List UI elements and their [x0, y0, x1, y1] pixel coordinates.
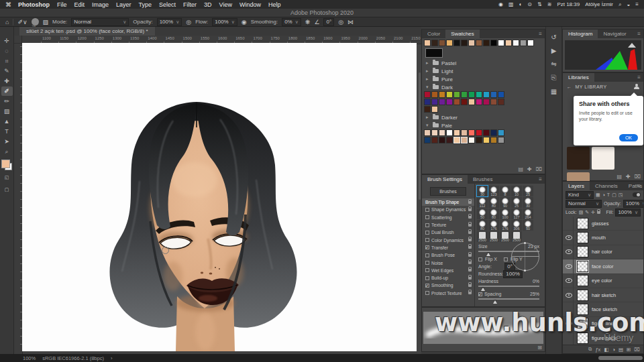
tab-color[interactable]: Color	[422, 29, 445, 38]
swatch[interactable]	[490, 40, 497, 46]
brush-tip[interactable]: 30	[477, 186, 488, 196]
visibility-toggle[interactable]	[565, 245, 574, 259]
clock[interactable]: Pzt 18:39	[557, 1, 580, 7]
new-group-icon[interactable]: ▤	[619, 347, 623, 353]
brush-tip[interactable]: 8	[500, 186, 511, 196]
checkbox[interactable]	[425, 208, 429, 212]
tab-brush-settings[interactable]: Brush Settings	[422, 175, 468, 184]
smoothing-options-icon[interactable]: ❋	[305, 19, 311, 25]
panel-menu-icon[interactable]: ≡	[637, 31, 641, 37]
layer-thumbnail[interactable]	[577, 290, 588, 301]
menu-photoshop[interactable]: Photoshop	[18, 1, 50, 8]
swatch[interactable]	[483, 91, 490, 98]
screen-mirroring-icon[interactable]: ◐	[519, 1, 522, 7]
brush-tip[interactable]: 50	[477, 208, 488, 219]
swatch[interactable]	[431, 129, 438, 136]
brush-tip[interactable]: 80	[477, 220, 488, 231]
filter-smart-object-icon[interactable]: ◳	[619, 192, 623, 198]
swatch[interactable]	[431, 99, 438, 105]
brush-tip[interactable]: 80	[488, 197, 499, 208]
swatch[interactable]	[468, 40, 475, 46]
mixer-brush-tool[interactable]: ✏	[1, 97, 13, 106]
filter-adjustment-icon[interactable]: ◑	[602, 192, 605, 197]
layer-effects-icon[interactable]: ƒx	[595, 347, 600, 353]
toggle-brush-panel-icon[interactable]: ▨	[43, 19, 49, 25]
swatch[interactable]	[424, 99, 431, 105]
menu-window[interactable]: Window	[239, 1, 261, 8]
layer-thumbnail[interactable]	[577, 232, 588, 243]
checkbox[interactable]	[425, 238, 429, 242]
brush-tip[interactable]: 176	[488, 220, 499, 231]
gradient-tool[interactable]: ▨	[1, 107, 13, 116]
menu-select[interactable]: Select	[159, 1, 176, 8]
menu-type[interactable]: Type	[139, 1, 152, 8]
brush-tip[interactable]: 2500	[488, 231, 499, 242]
visibility-toggle[interactable]	[565, 259, 574, 273]
swatch-group-pure[interactable]: ▸Pure	[422, 75, 545, 83]
spotlight-icon[interactable]: ⌕	[619, 1, 621, 8]
swatch[interactable]	[453, 40, 460, 46]
layer-mask-icon[interactable]: ◧	[604, 347, 608, 353]
swatch[interactable]	[446, 40, 453, 46]
brush-tip[interactable]: 90	[500, 197, 511, 208]
type-tool[interactable]: T	[1, 127, 13, 136]
new-group-icon[interactable]: ▤	[519, 166, 524, 172]
new-brush-icon[interactable]: ⊞	[537, 345, 542, 351]
panel-menu-icon[interactable]: ≡	[539, 176, 542, 182]
swatch[interactable]	[483, 137, 490, 143]
tab-brushes[interactable]: Brushes	[468, 175, 498, 184]
layer-row-eye-color[interactable]: eye color	[563, 274, 643, 288]
swatch[interactable]	[476, 40, 482, 46]
timeline-icon[interactable]: ▦	[551, 88, 557, 95]
history-icon[interactable]: ↺	[551, 34, 556, 41]
swatch[interactable]	[424, 91, 431, 98]
status-dot-icon[interactable]: ◉	[498, 1, 503, 7]
adjustment-layer-icon[interactable]: ◑	[612, 347, 615, 353]
wifi-icon[interactable]: ≋	[547, 1, 552, 7]
brush-option-texture[interactable]: Texture	[422, 221, 474, 229]
swatch[interactable]	[446, 99, 453, 105]
panel-menu-icon[interactable]: ≡	[637, 183, 641, 189]
swatch[interactable]	[461, 99, 468, 105]
swatch-group-pale[interactable]: ▾Pale	[422, 121, 545, 129]
layer-row-face-color[interactable]: face color	[563, 259, 643, 274]
add-item-icon[interactable]: ✚	[626, 174, 631, 180]
checkbox[interactable]	[425, 215, 429, 219]
swatch[interactable]	[439, 99, 445, 105]
zoom-level[interactable]: 100%	[23, 355, 36, 361]
swatch[interactable]	[513, 40, 519, 46]
menu-3d[interactable]: 3D	[204, 1, 212, 8]
brush-tip[interactable]: 2500	[500, 231, 511, 242]
brush-tip[interactable]: 50	[523, 220, 533, 231]
swatch[interactable]	[446, 137, 453, 143]
hardness-value[interactable]: 0%	[533, 279, 539, 284]
ok-button[interactable]: OK	[619, 134, 638, 141]
swatch[interactable]	[461, 40, 468, 46]
swatch[interactable]	[439, 129, 445, 136]
swatch[interactable]	[453, 137, 460, 143]
layer-opacity-select[interactable]: 100%∨	[623, 200, 644, 208]
swatch[interactable]	[468, 99, 475, 105]
layer-thumbnail[interactable]	[577, 246, 588, 257]
layer-thumbnail[interactable]	[577, 261, 588, 272]
brush-tool[interactable]: ✐	[1, 86, 13, 96]
delete-layer-icon[interactable]: ⌧	[634, 347, 640, 353]
control-center-icon[interactable]: ≡	[635, 1, 639, 8]
shape-tool[interactable]: ▲	[1, 117, 13, 126]
brush-option-smoothing[interactable]: Smoothing	[422, 282, 474, 289]
fill-select[interactable]: 100%∨	[615, 208, 641, 217]
brush-tip[interactable]: 80	[488, 208, 499, 219]
swatch[interactable]	[446, 91, 453, 98]
actions-icon[interactable]: ▶	[551, 47, 557, 54]
back-icon[interactable]: ←	[567, 84, 572, 89]
swatch[interactable]	[461, 91, 468, 98]
swatch[interactable]	[476, 91, 482, 98]
library-swatch[interactable]	[567, 147, 590, 170]
tab-navigator[interactable]: Navigator	[598, 29, 631, 38]
swatch-group-light[interactable]: ▸Light	[422, 67, 545, 75]
kind-filter-select[interactable]: Kind∨	[566, 191, 594, 199]
brush-option-build-up[interactable]: Build-up	[422, 274, 474, 282]
new-swatch-icon[interactable]: ✚	[527, 166, 532, 172]
swatch[interactable]	[498, 91, 504, 98]
siri-icon[interactable]: ◒	[627, 1, 630, 8]
